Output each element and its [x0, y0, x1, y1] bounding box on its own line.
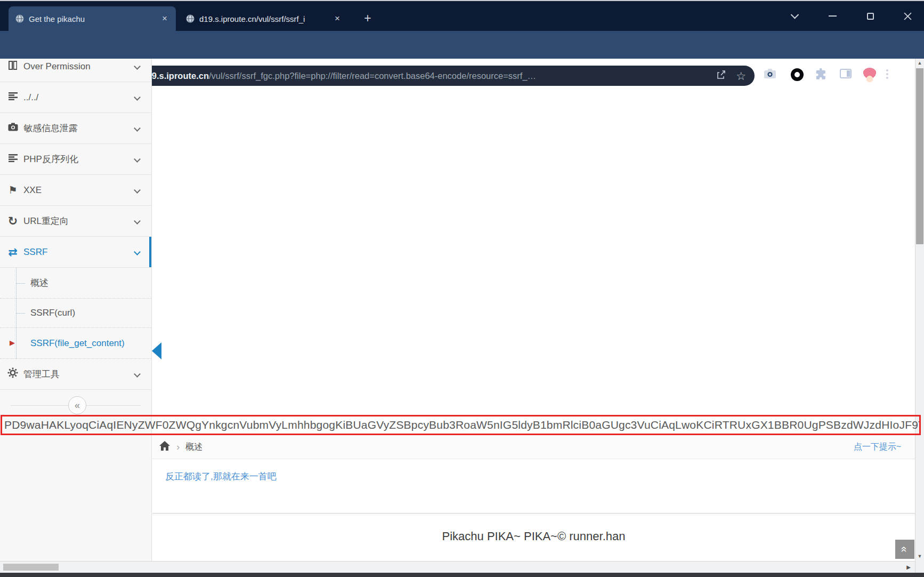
vertical-scrollbar-thumb[interactable]: [916, 68, 923, 244]
align-left-icon: [6, 92, 19, 103]
submenu-item-ssrf-curl[interactable]: SSRF(curl): [0, 299, 151, 328]
bookmark-star-icon[interactable]: ☆: [736, 70, 746, 82]
align-left-icon: [6, 154, 19, 165]
content-divider: [152, 513, 915, 515]
extensions-puzzle-icon[interactable]: [815, 67, 828, 82]
submenu-item-label: SSRF(file_get_content): [30, 338, 125, 349]
gear-icon: [6, 367, 19, 381]
submenu-item-label: SSRF(curl): [30, 308, 75, 318]
profile-avatar[interactable]: [862, 68, 877, 83]
active-item-pointer: [152, 342, 161, 359]
scroll-down-icon[interactable]: ▼: [915, 554, 924, 559]
tab-search-chevron-icon[interactable]: [788, 10, 801, 22]
sidebar: Over Permission ../../ 敏感信息泄露 PHP反序列化 ⚑ …: [0, 59, 152, 561]
sidebar-item-url-redirect[interactable]: ↻ URL重定向: [0, 206, 151, 237]
horizontal-scrollbar[interactable]: ▶: [0, 561, 915, 573]
maximize-button[interactable]: [863, 10, 877, 22]
sidebar-item-ssrf[interactable]: ⇄ SSRF: [0, 237, 151, 268]
refresh-icon: ↻: [6, 214, 19, 228]
vertical-scrollbar[interactable]: ▲ ▼: [915, 59, 924, 573]
sidebar-item-label: Over Permission: [23, 61, 135, 72]
share-icon[interactable]: [716, 69, 726, 82]
circle-extension-icon[interactable]: [791, 68, 804, 81]
active-submenu-marker-icon: ▶: [10, 339, 15, 347]
chevron-down-icon: [134, 218, 141, 225]
browser-menu-icon[interactable]: [886, 69, 888, 79]
new-tab-button[interactable]: +: [360, 12, 375, 26]
tab-title: d19.s.iproute.cn/vul/ssrf/ssrf_i: [199, 14, 327, 23]
submenu-item-ssrf-file-get-content[interactable]: ▶ SSRF(file_get_content): [0, 328, 151, 359]
url-path: /vul/ssrf/ssrf_fgc.php?file=php://filter…: [209, 71, 536, 81]
sidebar-item-admin-tools[interactable]: 管理工具: [0, 359, 151, 390]
chevron-down-icon: [134, 156, 141, 163]
globe-icon: [15, 14, 25, 23]
tab-d19-site[interactable]: d19.s.iproute.cn/vul/ssrf/ssrf_i ×: [179, 6, 348, 31]
chevron-down-icon: [134, 94, 141, 101]
close-tab-icon[interactable]: ×: [160, 13, 169, 24]
sidebar-item-label: URL重定向: [23, 215, 135, 227]
window-bottom-edge: [0, 573, 924, 577]
chevron-down-icon: [134, 371, 141, 378]
sidebar-item-label: 管理工具: [23, 368, 135, 380]
browser-toolbar: ← → ↻ 不安全 d19.s.iproute.cn/vul/ssrf/ssrf…: [0, 31, 924, 59]
close-tab-icon[interactable]: ×: [333, 13, 342, 24]
sidebar-item-label: ../../: [23, 92, 135, 103]
sidebar-item-xxe[interactable]: ⚑ XXE: [0, 175, 151, 206]
scroll-right-icon[interactable]: ▶: [906, 564, 911, 570]
breadcrumb: › 概述 点一下提示~: [152, 435, 915, 459]
scroll-to-top-button[interactable]: «: [895, 540, 914, 559]
submenu-item-label: 概述: [30, 277, 48, 289]
window-top-edge: [0, 0, 924, 1]
chevron-down-icon: [134, 249, 141, 255]
camera-icon: [6, 123, 19, 134]
globe-icon: [185, 14, 195, 23]
submenu-connector: [16, 283, 25, 284]
sidebar-item-dotdotslash[interactable]: ../../: [0, 82, 151, 113]
base64-output-text: PD9waHAKLyoqCiAqIENyZWF0ZWQgYnkgcnVubmVy…: [2, 416, 919, 433]
tab-title: Get the pikachu: [29, 14, 155, 23]
sidebar-item-php-deserialization[interactable]: PHP反序列化: [0, 144, 151, 175]
url-bar[interactable]: 不安全 d19.s.iproute.cn/vul/ssrf/ssrf_fgc.p…: [80, 66, 755, 86]
sidebar-item-label: PHP反序列化: [23, 153, 135, 165]
base64-output-box: PD9waHAKLyoqCiAqIENyZWF0ZWQgYnkgcnVubmVy…: [1, 415, 921, 435]
minimize-button[interactable]: [825, 10, 839, 22]
sidebar-item-over-permission[interactable]: Over Permission: [0, 59, 151, 82]
sidebar-item-label: SSRF: [23, 247, 135, 258]
sidebar-item-label: 敏感信息泄露: [23, 122, 135, 134]
home-icon[interactable]: [159, 440, 171, 453]
sidebar-collapse-button[interactable]: «: [68, 396, 86, 414]
breadcrumb-page: 概述: [185, 442, 202, 453]
close-window-button[interactable]: [901, 10, 914, 22]
tab-get-the-pikachu[interactable]: Get the pikachu ×: [9, 6, 176, 31]
submenu-item-overview[interactable]: 概述: [0, 268, 151, 299]
chevron-down-icon: [134, 125, 141, 132]
horizontal-scrollbar-thumb[interactable]: [3, 564, 59, 571]
poem-link[interactable]: 反正都读了,那就在来一首吧: [165, 470, 277, 483]
side-panel-icon[interactable]: [840, 69, 852, 81]
url-text: d19.s.iproute.cn/vul/ssrf/ssrf_fgc.php?f…: [142, 71, 707, 81]
scroll-up-icon[interactable]: ▲: [915, 60, 924, 66]
screenshot-extension-icon[interactable]: [763, 67, 777, 82]
footer-copyright: Pikachu PIKA~ PIKA~© runner.han: [152, 530, 915, 543]
columns-icon: [6, 61, 19, 73]
flag-icon: ⚑: [6, 184, 19, 196]
breadcrumb-separator: ›: [176, 441, 180, 453]
sidebar-item-label: XXE: [23, 185, 135, 196]
chevron-down-icon: [134, 63, 141, 70]
titlebar: Get the pikachu × d19.s.iproute.cn/vul/s…: [0, 0, 924, 31]
browser-window: Get the pikachu × d19.s.iproute.cn/vul/s…: [0, 0, 924, 577]
chevron-down-icon: [134, 187, 141, 194]
hint-link[interactable]: 点一下提示~: [854, 442, 901, 453]
sidebar-item-sensitive-info[interactable]: 敏感信息泄露: [0, 113, 151, 144]
exchange-icon: ⇄: [6, 246, 19, 259]
submenu-connector: [16, 313, 25, 314]
